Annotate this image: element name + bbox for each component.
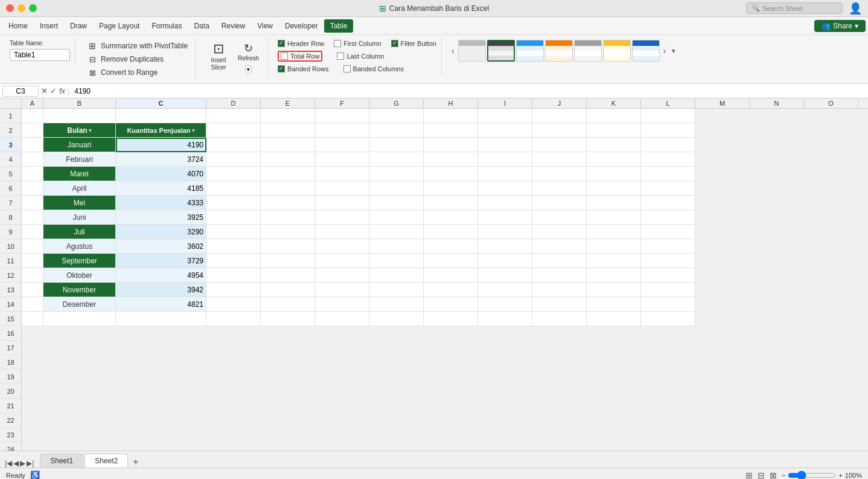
maximize-button[interactable] bbox=[29, 4, 37, 12]
menu-formulas[interactable]: Formulas bbox=[145, 19, 188, 33]
cell-f2[interactable] bbox=[315, 123, 369, 138]
window-controls[interactable] bbox=[6, 4, 37, 12]
cell-b9[interactable]: Juli bbox=[43, 225, 116, 239]
cell-j4[interactable] bbox=[532, 152, 587, 167]
cell-g2[interactable] bbox=[369, 123, 424, 138]
cell-g6[interactable] bbox=[369, 181, 424, 196]
cell-l5[interactable] bbox=[641, 167, 695, 181]
remove-duplicates-button[interactable]: ⊟ Remove Duplicates bbox=[85, 53, 190, 65]
cell-h12[interactable] bbox=[424, 268, 478, 283]
cell-f15[interactable] bbox=[315, 312, 369, 326]
cell-j7[interactable] bbox=[532, 196, 587, 210]
cell-l2[interactable] bbox=[641, 123, 695, 138]
cell-g3[interactable] bbox=[369, 138, 424, 152]
cell-l9[interactable] bbox=[641, 225, 695, 239]
cell-l6[interactable] bbox=[641, 181, 695, 196]
cell-e8[interactable] bbox=[261, 210, 315, 225]
search-box[interactable]: 🔍 Search Sheet bbox=[746, 2, 843, 14]
sheet-nav-prev[interactable]: ◀ bbox=[13, 459, 19, 468]
cell-k6[interactable] bbox=[587, 181, 641, 196]
cell-a11[interactable] bbox=[22, 254, 43, 268]
cell-b15[interactable] bbox=[43, 312, 116, 326]
formula-input[interactable] bbox=[72, 87, 866, 95]
cell-h1[interactable] bbox=[424, 109, 478, 123]
menu-view[interactable]: View bbox=[251, 19, 279, 33]
cell-c8[interactable]: 3925 bbox=[116, 210, 206, 225]
header-row-option[interactable]: Header Row bbox=[278, 40, 324, 47]
cell-c6[interactable]: 4185 bbox=[116, 181, 206, 196]
cell-g15[interactable] bbox=[369, 312, 424, 326]
table-style-dark-gray[interactable] bbox=[487, 40, 515, 62]
cell-f9[interactable] bbox=[315, 225, 369, 239]
menu-developer[interactable]: Developer bbox=[279, 19, 324, 33]
gallery-next-button[interactable]: › bbox=[661, 45, 669, 57]
banded-rows-checkbox[interactable] bbox=[278, 65, 285, 72]
cell-l7[interactable] bbox=[641, 196, 695, 210]
cell-d12[interactable] bbox=[206, 268, 261, 283]
cell-a1[interactable] bbox=[22, 109, 43, 123]
cell-i10[interactable] bbox=[478, 239, 532, 254]
cell-l4[interactable] bbox=[641, 152, 695, 167]
cell-b8[interactable]: Juni bbox=[43, 210, 116, 225]
kuantitas-dropdown-arrow[interactable]: ▾ bbox=[192, 127, 195, 133]
cell-k11[interactable] bbox=[587, 254, 641, 268]
cell-k13[interactable] bbox=[587, 283, 641, 297]
sheet-tab-1[interactable]: Sheet1 bbox=[40, 454, 83, 468]
cell-d14[interactable] bbox=[206, 297, 261, 312]
cell-g14[interactable] bbox=[369, 297, 424, 312]
cell-c2-header[interactable]: Kuantitas Penjualan ▾ bbox=[116, 123, 206, 138]
sheet-nav-first[interactable]: |◀ bbox=[5, 459, 12, 468]
cell-e14[interactable] bbox=[261, 297, 315, 312]
cell-c4[interactable]: 3724 bbox=[116, 152, 206, 167]
cell-l11[interactable] bbox=[641, 254, 695, 268]
cell-a3[interactable] bbox=[22, 138, 43, 152]
cell-a12[interactable] bbox=[22, 268, 43, 283]
filter-button-checkbox[interactable] bbox=[391, 40, 398, 47]
cell-k2[interactable] bbox=[587, 123, 641, 138]
cell-j9[interactable] bbox=[532, 225, 587, 239]
cell-d7[interactable] bbox=[206, 196, 261, 210]
cell-h9[interactable] bbox=[424, 225, 478, 239]
cell-g5[interactable] bbox=[369, 167, 424, 181]
cell-g13[interactable] bbox=[369, 283, 424, 297]
minimize-button[interactable] bbox=[18, 4, 25, 12]
cell-d15[interactable] bbox=[206, 312, 261, 326]
cell-i1[interactable] bbox=[478, 109, 532, 123]
cell-j2[interactable] bbox=[532, 123, 587, 138]
zoom-out-icon[interactable]: − bbox=[782, 472, 785, 479]
cell-f13[interactable] bbox=[315, 283, 369, 297]
menu-draw[interactable]: Draw bbox=[64, 19, 93, 33]
cell-i4[interactable] bbox=[478, 152, 532, 167]
cell-i11[interactable] bbox=[478, 254, 532, 268]
cell-reference-input[interactable] bbox=[2, 86, 39, 97]
cell-d8[interactable] bbox=[206, 210, 261, 225]
table-name-input[interactable] bbox=[10, 49, 70, 61]
cell-c12[interactable]: 4954 bbox=[116, 268, 206, 283]
cell-d3[interactable] bbox=[206, 138, 261, 152]
menu-review[interactable]: Review bbox=[215, 19, 251, 33]
cell-h14[interactable] bbox=[424, 297, 478, 312]
total-row-checkbox[interactable] bbox=[281, 53, 288, 60]
cell-d2[interactable] bbox=[206, 123, 261, 138]
cell-k7[interactable] bbox=[587, 196, 641, 210]
sheet-tab-2[interactable]: Sheet2 bbox=[85, 454, 128, 468]
cell-j3[interactable] bbox=[532, 138, 587, 152]
cell-a6[interactable] bbox=[22, 181, 43, 196]
sheet-nav-next[interactable]: ▶ bbox=[20, 459, 25, 468]
cell-h10[interactable] bbox=[424, 239, 478, 254]
cell-c15[interactable] bbox=[116, 312, 206, 326]
menu-page-layout[interactable]: Page Layout bbox=[93, 19, 145, 33]
cell-d6[interactable] bbox=[206, 181, 261, 196]
cell-b12[interactable]: Oktober bbox=[43, 268, 116, 283]
cell-b6[interactable]: April bbox=[43, 181, 116, 196]
normal-view-button[interactable]: ⊞ bbox=[745, 471, 753, 480]
spreadsheet-grid[interactable]: Bulan ▾ Kuantitas Penjualan ▾ bbox=[22, 109, 868, 451]
cell-h8[interactable] bbox=[424, 210, 478, 225]
cell-k1[interactable] bbox=[587, 109, 641, 123]
cell-e4[interactable] bbox=[261, 152, 315, 167]
cell-e12[interactable] bbox=[261, 268, 315, 283]
cell-a4[interactable] bbox=[22, 152, 43, 167]
convert-to-range-button[interactable]: ⊠ Convert to Range bbox=[85, 66, 190, 79]
table-style-gray[interactable] bbox=[574, 40, 602, 62]
cell-f6[interactable] bbox=[315, 181, 369, 196]
